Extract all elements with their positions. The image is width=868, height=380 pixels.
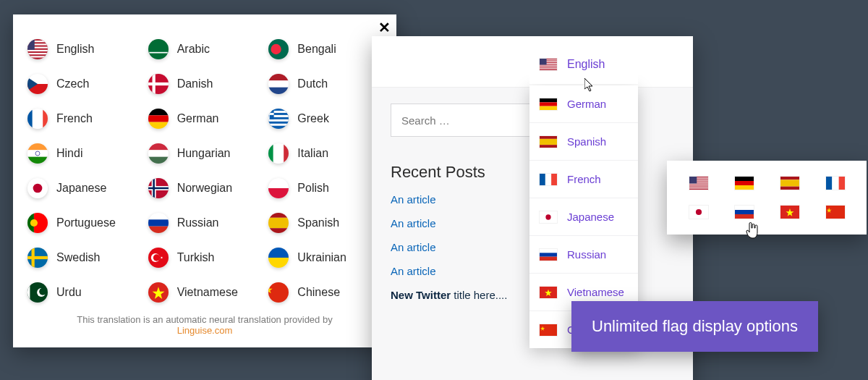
language-option-cz[interactable]: Czech (27, 67, 141, 101)
close-icon[interactable]: ✕ (378, 19, 391, 36)
svg-rect-4 (27, 50, 48, 51)
flag-icon (27, 178, 48, 198)
dropdown-item-label: Japanese (567, 211, 614, 223)
svg-rect-119 (826, 177, 832, 190)
svg-rect-118 (780, 187, 799, 190)
flag-option-cn[interactable] (826, 206, 845, 219)
svg-rect-100 (540, 256, 557, 260)
svg-rect-103 (540, 324, 557, 336)
flag-icon (27, 109, 48, 129)
language-option-jp[interactable]: Japanese (27, 171, 141, 206)
svg-rect-39 (148, 150, 169, 156)
language-option-nl[interactable]: Dutch (268, 67, 382, 101)
flag-icon (27, 143, 48, 164)
language-label: Norwegian (177, 182, 232, 195)
language-dropdown-selected[interactable]: English (529, 45, 638, 84)
flag-icon (540, 287, 557, 298)
svg-rect-43 (284, 143, 289, 164)
svg-rect-77 (268, 282, 289, 303)
language-option-fr[interactable]: French (27, 101, 141, 136)
post-title-bold: New Twitter (391, 289, 451, 301)
svg-rect-56 (148, 213, 169, 219)
language-option-bd[interactable]: Bengali (268, 32, 382, 67)
svg-rect-7 (27, 39, 35, 50)
flag-icon (148, 143, 169, 164)
language-label: Swedish (56, 251, 100, 264)
svg-rect-88 (540, 102, 557, 106)
svg-point-67 (153, 254, 159, 261)
tooltip-banner: Unlimited flag display options (571, 301, 818, 352)
flag-option-ru[interactable] (735, 206, 754, 219)
language-option-ru[interactable]: Russian (148, 206, 262, 240)
language-label: Greek (297, 112, 329, 125)
svg-rect-24 (148, 115, 169, 122)
search-placeholder: Search … (401, 114, 450, 127)
svg-rect-25 (148, 122, 169, 129)
svg-rect-70 (268, 258, 289, 268)
language-label: Portuguese (56, 216, 116, 229)
language-option-pl[interactable]: Polish (268, 171, 382, 206)
svg-rect-19 (268, 88, 289, 94)
flag-icon (540, 324, 557, 336)
language-option-no[interactable]: Norwegian (148, 171, 262, 206)
dropdown-item-label: German (567, 98, 606, 110)
language-popup: ✕ EnglishArabicBengaliCzechDanishDutchFr… (13, 14, 396, 347)
language-label: Turkish (177, 251, 215, 264)
language-option-hu[interactable]: Hungarian (148, 136, 262, 171)
dropdown-item-es[interactable]: Spanish (529, 122, 638, 160)
svg-rect-40 (148, 157, 169, 164)
dropdown-item-label: Spanish (567, 135, 606, 148)
language-option-ua[interactable]: Ukrainian (268, 240, 382, 275)
popup-footer: This translation is an automatic neural … (27, 314, 382, 336)
language-label: Chinese (297, 286, 340, 299)
svg-rect-93 (540, 174, 545, 185)
svg-rect-91 (540, 138, 557, 144)
language-option-tr[interactable]: Turkish (148, 240, 262, 275)
language-option-es[interactable]: Spanish (268, 206, 382, 240)
svg-rect-42 (273, 143, 284, 164)
footer-link[interactable]: Linguise.com (177, 325, 233, 336)
dropdown-item-de[interactable]: German (529, 85, 638, 122)
language-label: English (56, 43, 94, 56)
flag-option-es[interactable] (780, 177, 799, 190)
flag-option-de[interactable] (735, 177, 754, 190)
dropdown-selected-label: English (567, 58, 605, 71)
language-option-sa[interactable]: Arabic (148, 32, 262, 67)
flag-icon (148, 178, 169, 198)
language-option-vn[interactable]: Vietnamese (148, 275, 262, 310)
svg-rect-18 (268, 80, 289, 87)
svg-rect-69 (268, 248, 289, 258)
language-label: Hungarian (177, 147, 231, 160)
flag-icon (27, 74, 48, 94)
svg-rect-126 (735, 214, 754, 219)
language-option-us[interactable]: English (27, 32, 141, 67)
language-option-gr[interactable]: Greek (268, 101, 382, 136)
language-option-cn[interactable]: Chinese (268, 275, 382, 310)
svg-rect-8 (148, 39, 169, 59)
language-label: Hindi (56, 147, 82, 160)
post-title-rest: title here.... (451, 289, 507, 301)
svg-rect-50 (148, 187, 169, 190)
svg-rect-21 (33, 109, 43, 129)
flag-option-jp[interactable] (689, 206, 708, 219)
flag-option-vn[interactable] (780, 206, 799, 219)
svg-rect-111 (689, 187, 708, 188)
language-label: Ukrainian (297, 251, 346, 264)
language-option-de[interactable]: German (148, 101, 262, 136)
svg-rect-95 (551, 174, 557, 185)
flag-option-fr[interactable] (826, 177, 845, 190)
flag-option-us[interactable] (689, 177, 708, 190)
language-option-se[interactable]: Swedish (27, 240, 141, 275)
language-option-in[interactable]: Hindi (27, 136, 141, 171)
language-option-pk[interactable]: Urdu (27, 275, 141, 310)
svg-rect-110 (689, 185, 708, 186)
language-option-dk[interactable]: Danish (148, 67, 262, 101)
dropdown-item-fr[interactable]: French (529, 160, 638, 198)
dropdown-item-jp[interactable]: Japanese (529, 198, 638, 235)
language-option-pt[interactable]: Portuguese (27, 206, 141, 240)
svg-rect-125 (735, 210, 754, 214)
svg-rect-129 (826, 206, 845, 219)
flag-icon (148, 74, 169, 94)
language-option-it[interactable]: Italian (268, 136, 382, 171)
dropdown-item-ru[interactable]: Russian (529, 235, 638, 273)
